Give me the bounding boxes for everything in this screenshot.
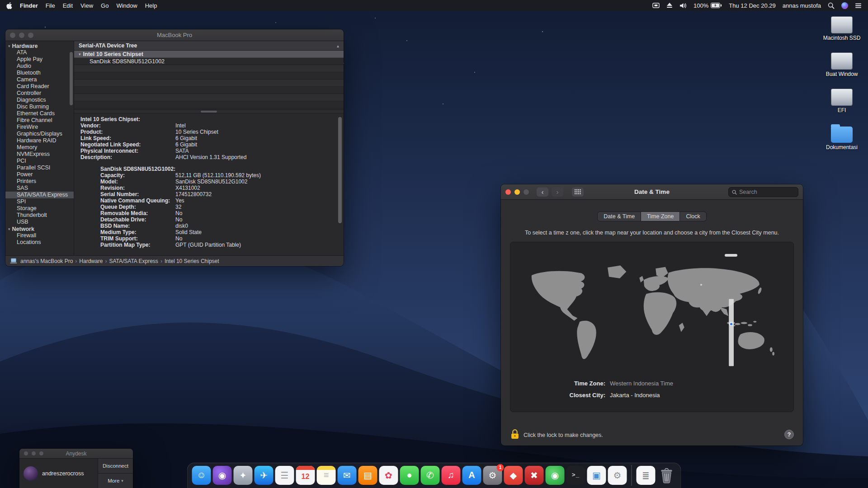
anydesk-tray-icon[interactable]	[652, 3, 660, 8]
active-app-menu[interactable]: Finder	[20, 2, 38, 9]
sidebar-item-storage[interactable]: Storage	[5, 205, 74, 212]
dock-automator[interactable]: ⚙	[608, 466, 627, 485]
sidebar-item-locations[interactable]: Locations	[5, 239, 74, 246]
menu-view[interactable]: View	[80, 2, 93, 9]
si-titlebar[interactable]: MacBook Pro	[5, 29, 344, 41]
sidebar-item-bluetooth[interactable]: Bluetooth	[5, 70, 74, 76]
dock-preview[interactable]: ▣	[587, 466, 606, 485]
tree-row-sandisk-sd8sn8u512g1002[interactable]: SanDisk SD8SN8U512G1002	[74, 58, 344, 65]
close-button[interactable]	[10, 33, 15, 38]
sidebar-item-spi[interactable]: SPI	[5, 198, 74, 205]
sidebar-item-graphics-displays[interactable]: Graphics/Displays	[5, 131, 74, 137]
volume-icon[interactable]	[679, 3, 687, 9]
dock-system-preferences[interactable]: ⚙1	[483, 466, 502, 485]
sidebar-item-nvmexpress[interactable]: NVMExpress	[5, 151, 74, 158]
minimize-button[interactable]	[19, 33, 24, 38]
sidebar-item-pci[interactable]: PCI	[5, 158, 74, 164]
forward-button[interactable]: ›	[552, 188, 563, 197]
sidebar-item-memory[interactable]: Memory	[5, 144, 74, 151]
tree-row-intel-10-series-chipset[interactable]: ▾Intel 10 Series Chipset	[74, 51, 344, 58]
show-all-button[interactable]	[572, 188, 584, 197]
desktop-icon-dokumentasi[interactable]: Dokumentasi	[820, 125, 863, 150]
sidebar-item-parallel-scsi[interactable]: Parallel SCSI	[5, 164, 74, 171]
battery-status[interactable]: 100%	[693, 2, 722, 9]
sidebar-item-printers[interactable]: Printers	[5, 178, 74, 185]
eject-icon[interactable]	[666, 3, 673, 8]
search-input[interactable]	[739, 189, 795, 195]
sidebar-item-diagnostics[interactable]: Diagnostics	[5, 97, 74, 103]
dock-reminders[interactable]: ☰	[275, 466, 294, 485]
menubar-clock[interactable]: Thu 12 Dec 20.29	[729, 2, 775, 9]
sidebar-item-sas[interactable]: SAS	[5, 185, 74, 192]
sidebar-item-camera[interactable]: Camera	[5, 76, 74, 83]
dock-facetime[interactable]: ✆	[421, 466, 440, 485]
sidebar-item-ethernet-cards[interactable]: Ethernet Cards	[5, 110, 74, 117]
sidebar-item-ata[interactable]: ATA	[5, 49, 74, 56]
dock-photos[interactable]: ✿	[379, 466, 398, 485]
dock-siri[interactable]: ◉	[213, 466, 232, 485]
menubar-user[interactable]: annas mustofa	[783, 2, 821, 9]
sidebar-item-card-reader[interactable]: Card Reader	[5, 83, 74, 90]
sidebar-item-controller[interactable]: Controller	[5, 90, 74, 97]
sidebar-item-apple-pay[interactable]: Apple Pay	[5, 56, 74, 63]
dock-anydesk[interactable]: ◆	[504, 466, 523, 485]
dock-music[interactable]: ♫	[442, 466, 461, 485]
sidebar-item-firewire[interactable]: FireWire	[5, 124, 74, 131]
dock-trash[interactable]	[657, 466, 676, 485]
zoom-button[interactable]	[28, 33, 33, 38]
minimize-button[interactable]	[32, 451, 36, 455]
dock-calendar[interactable]: 12	[296, 466, 315, 485]
dock-app-store[interactable]: A	[462, 466, 481, 485]
close-button[interactable]	[24, 451, 28, 455]
help-button[interactable]: ?	[784, 430, 794, 439]
menu-go[interactable]: Go	[101, 2, 108, 9]
desktop-icon-macintosh-ssd[interactable]: Macintosh SSD	[820, 16, 863, 41]
zoom-button[interactable]	[39, 451, 43, 455]
anydesk-titlebar[interactable]: Anydesk	[19, 449, 133, 459]
sidebar-item-power[interactable]: Power	[5, 171, 74, 178]
lock-icon[interactable]	[511, 429, 519, 441]
sidebar-section-network[interactable]: ▾Network	[5, 225, 74, 232]
back-button[interactable]: ‹	[537, 188, 548, 197]
menu-help[interactable]: Help	[145, 2, 157, 9]
sidebar-item-thunderbolt[interactable]: Thunderbolt	[5, 212, 74, 219]
dock-notes[interactable]: ≡	[317, 466, 336, 485]
menu-edit[interactable]: Edit	[63, 2, 73, 9]
sidebar-item-sata-sata-express[interactable]: SATA/SATA Express	[5, 192, 74, 198]
dock-terminal[interactable]: >_	[566, 466, 585, 485]
details-scrollbar[interactable]	[338, 117, 342, 223]
sidebar-item-hardware-raid[interactable]: Hardware RAID	[5, 137, 74, 144]
dock-books[interactable]: ▤	[359, 466, 377, 485]
tab-clock[interactable]: Clock	[680, 211, 706, 221]
dt-toolbar[interactable]: ‹ › Date & Time	[501, 184, 803, 200]
sidebar-item-usb[interactable]: USB	[5, 219, 74, 225]
dock-safari[interactable]: ✈	[255, 466, 274, 485]
dock-textedit[interactable]: ≣	[637, 466, 656, 485]
tab-date-time[interactable]: Date & Time	[597, 211, 641, 221]
sidebar-item-firewall[interactable]: Firewall	[5, 232, 74, 239]
zoom-button[interactable]	[524, 189, 529, 195]
disconnect-button[interactable]: Disconnect	[98, 459, 133, 473]
sidebar-item-fibre-channel[interactable]: Fibre Channel	[5, 117, 74, 124]
menu-file[interactable]: File	[46, 2, 55, 9]
desktop-icon-buat-window[interactable]: Buat Window	[820, 52, 863, 77]
dock-mail[interactable]: ✉	[338, 466, 357, 485]
dock-adobe[interactable]: ✖	[525, 466, 544, 485]
close-button[interactable]	[505, 189, 511, 195]
more-button[interactable]: More ▾	[98, 473, 133, 488]
dock-finder[interactable]: ☺	[192, 466, 211, 485]
dock-launchpad[interactable]: ✦	[234, 466, 253, 485]
sidebar-item-audio[interactable]: Audio	[5, 63, 74, 70]
dock-messages[interactable]: ●	[400, 466, 419, 485]
sidebar-item-disc-burning[interactable]: Disc Burning	[5, 103, 74, 110]
closest-city-value[interactable]: Jakarta - Indonesia	[610, 392, 660, 399]
apple-menu[interactable]	[6, 2, 12, 9]
dock-green-app[interactable]: ◉	[546, 466, 565, 485]
notification-center-icon[interactable]	[855, 3, 862, 9]
sidebar-scrollbar[interactable]	[70, 52, 73, 105]
menu-window[interactable]: Window	[116, 2, 137, 9]
device-tree-header[interactable]: Serial-ATA Device Tree ▴	[74, 41, 344, 51]
spotlight-icon[interactable]	[828, 2, 835, 9]
world-map[interactable]	[517, 260, 788, 369]
search-field[interactable]	[728, 187, 798, 197]
